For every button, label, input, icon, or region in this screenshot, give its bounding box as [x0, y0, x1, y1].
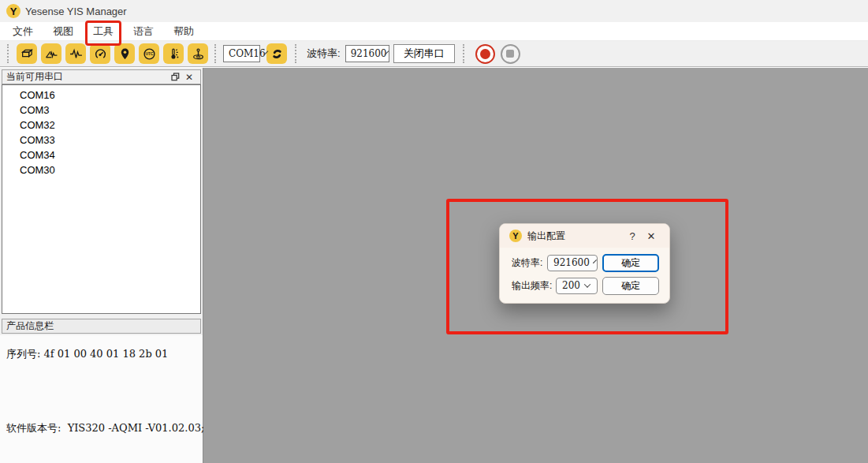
product-info-area: 序列号: 4f 01 00 40 01 18 2b 01 软件版本号: YIS3…: [0, 335, 203, 463]
port-list-item[interactable]: COM30: [2, 162, 200, 177]
port-list-item[interactable]: COM33: [2, 133, 200, 147]
confirm-output-rate-button[interactable]: 确定: [602, 277, 659, 295]
dialog-title: 输出配置: [527, 230, 565, 243]
ports-panel-title: 当前可用串口: [6, 70, 63, 84]
title-bar: Y Yesense YIS Manager: [0, 0, 868, 22]
port-list-item[interactable]: COM3: [2, 103, 200, 118]
app-logo-icon: Y: [6, 4, 20, 18]
serial-number-value: 4f 01 00 40 01 18 2b 01: [44, 348, 169, 360]
info-panel-header: 产品信息栏: [2, 319, 201, 334]
angle-wave-button[interactable]: [41, 43, 61, 64]
serial-number-line: 序列号: 4f 01 00 40 01 18 2b 01: [6, 347, 168, 361]
thermometer-icon: [167, 47, 181, 61]
magnetometer-icon: [192, 47, 205, 61]
dialog-output-rate-value: 200: [562, 280, 580, 291]
gauge-button[interactable]: [90, 43, 110, 64]
confirm-baud-button[interactable]: 确定: [602, 254, 659, 272]
port-select-value: COM16: [229, 48, 266, 59]
angle-wave-icon: [45, 47, 58, 61]
dialog-title-bar: Y 输出配置 ? ✕: [500, 224, 669, 248]
record-button[interactable]: [475, 44, 495, 64]
output-config-dialog: Y 输出配置 ? ✕ 波特率: 921600 确定 输出频率: 200 确定: [499, 223, 670, 304]
waveform-icon: [69, 47, 83, 61]
software-version-label: 软件版本号:: [6, 422, 61, 434]
toolbar-drag-handle[interactable]: [463, 44, 466, 63]
dialog-baud-value: 921600: [553, 257, 590, 268]
port-list-item[interactable]: COM32: [2, 118, 200, 133]
dialog-logo-icon: Y: [509, 230, 522, 242]
port-list-item[interactable]: COM34: [2, 147, 200, 162]
record-icon: [480, 49, 490, 59]
utc-clock-icon: UTC: [143, 47, 156, 61]
thermometer-button[interactable]: [163, 43, 184, 64]
svg-text:UTC: UTC: [145, 52, 153, 56]
serial-number-label: 序列号:: [6, 348, 40, 360]
dialog-baud-label: 波特率:: [512, 256, 542, 270]
baud-select-value: 921600: [351, 48, 387, 59]
software-version-value: YIS320 -AQMI -V01.02.03;: [68, 422, 205, 434]
available-ports-list[interactable]: COM16 COM3 COM32 COM33 COM34 COM30: [2, 84, 201, 314]
toolbar-drag-handle[interactable]: [214, 44, 218, 63]
port-list-item[interactable]: COM16: [2, 88, 200, 103]
refresh-icon: [270, 47, 284, 61]
menu-item-help[interactable]: 帮助: [169, 23, 199, 40]
chevron-down-icon: [584, 281, 590, 287]
gauge-icon: [94, 47, 107, 61]
cube-3d-icon: [20, 47, 34, 61]
stop-icon: [506, 50, 514, 58]
menu-item-view[interactable]: 视图: [48, 23, 78, 40]
magnetometer-button[interactable]: [188, 43, 208, 64]
baud-rate-row: 波特率: 921600 确定: [512, 253, 659, 272]
baud-select[interactable]: 921600: [345, 45, 389, 62]
refresh-ports-button[interactable]: [266, 43, 287, 64]
baud-rate-label: 波特率:: [307, 47, 341, 61]
menu-item-language[interactable]: 语言: [129, 23, 158, 40]
left-dock-panel: 当前可用串口 ✕ COM16 COM3 COM32 COM33 COM34 CO…: [0, 68, 203, 463]
location-pin-button[interactable]: [114, 43, 135, 64]
cube-3d-button[interactable]: [17, 43, 37, 64]
info-panel-title: 产品信息栏: [6, 319, 54, 333]
location-pin-icon: [118, 47, 132, 61]
toolbar-drag-handle[interactable]: [7, 44, 10, 63]
ports-panel-header: 当前可用串口 ✕: [2, 69, 201, 84]
float-icon: [171, 73, 180, 81]
toolbar-drag-handle[interactable]: [295, 44, 298, 63]
port-select[interactable]: COM16: [223, 45, 260, 62]
dialog-help-button[interactable]: ?: [624, 230, 641, 242]
menu-item-tools-label: 工具: [93, 25, 114, 37]
output-rate-row: 输出频率: 200 确定: [512, 276, 659, 295]
chevron-down-icon: [593, 260, 597, 263]
toolbar: UTC COM16: [0, 41, 868, 67]
close-port-button[interactable]: 关闭串口: [393, 44, 455, 63]
dialog-body: 波特率: 921600 确定 输出频率: 200 确定: [500, 248, 669, 295]
software-version-line: 软件版本号: YIS320 -AQMI -V01.02.03;: [6, 421, 204, 435]
dialog-baud-select[interactable]: 921600: [547, 255, 598, 271]
window-title: Yesense YIS Manager: [25, 6, 127, 17]
dialog-close-button[interactable]: ✕: [641, 230, 661, 242]
dialog-output-rate-select[interactable]: 200: [556, 278, 598, 294]
stop-button[interactable]: [501, 44, 520, 64]
utc-clock-button[interactable]: UTC: [139, 43, 159, 64]
float-panel-button[interactable]: [168, 71, 182, 83]
close-icon: ✕: [185, 72, 193, 83]
menu-item-file[interactable]: 文件: [8, 23, 38, 40]
close-panel-button[interactable]: ✕: [182, 71, 196, 83]
waveform-button[interactable]: [65, 43, 86, 64]
dialog-output-rate-label: 输出频率:: [512, 279, 552, 293]
menu-bar: 文件 视图 工具 语言 帮助: [0, 22, 868, 41]
menu-item-tools[interactable]: 工具: [88, 23, 118, 40]
